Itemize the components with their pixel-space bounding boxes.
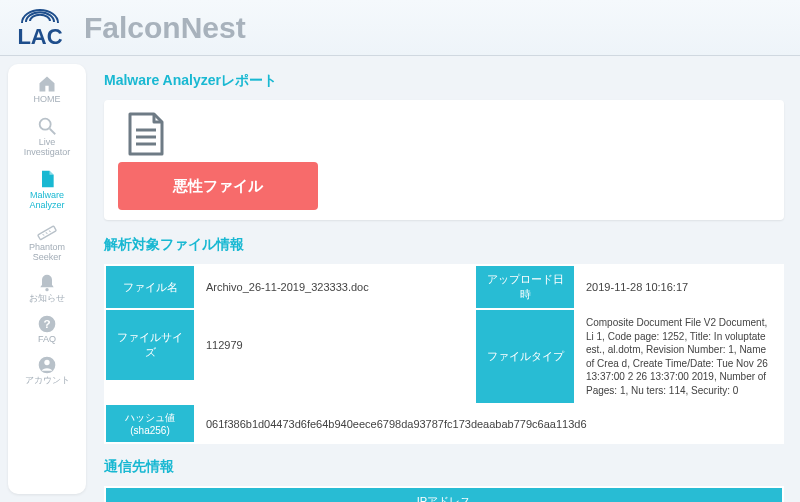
sidebar-item-label: HOME — [8, 95, 86, 105]
lac-logo-icon: LAC — [12, 7, 68, 48]
app-header: LAC FalconNest — [0, 0, 800, 56]
value-upload-time: 2019-11-28 10:16:17 — [575, 265, 783, 309]
document-icon — [124, 144, 168, 161]
app-title: FalconNest — [84, 11, 246, 45]
value-file-type: Composite Document File V2 Document, Li … — [575, 309, 783, 404]
svg-line-6 — [49, 231, 51, 233]
brand-logo: LAC — [12, 7, 68, 48]
report-title: Malware Analyzerレポート — [104, 72, 800, 90]
comm-info-table: IPアドレス FQDN — [104, 486, 784, 502]
sidebar-item-label: FAQ — [8, 335, 86, 345]
value-hash-sha256: 061f386b1d04473d6fe64b940eece6798da93787… — [195, 404, 783, 443]
file-icon — [8, 168, 86, 190]
svg-point-7 — [45, 288, 48, 291]
sidebar-item-faq[interactable]: ? FAQ — [8, 310, 86, 351]
svg-point-11 — [44, 360, 49, 365]
ruler-icon — [8, 220, 86, 242]
label-file-size: ファイルサイズ — [105, 309, 195, 381]
label-upload-time: アップロード日時 — [475, 265, 575, 309]
sidebar-item-live-investigator[interactable]: Live Investigator — [8, 111, 86, 164]
sidebar-item-malware-analyzer[interactable]: Malware Analyzer — [8, 164, 86, 217]
label-file-name: ファイル名 — [105, 265, 195, 309]
svg-text:?: ? — [43, 317, 50, 330]
sidebar-item-label: Malware Analyzer — [8, 191, 86, 211]
sidebar-item-notices[interactable]: お知らせ — [8, 269, 86, 310]
sidebar-item-account[interactable]: アカウント — [8, 351, 86, 392]
sidebar-item-phantom-seeker[interactable]: Phantom Seeker — [8, 216, 86, 269]
bell-icon — [8, 273, 86, 293]
comm-info-title: 通信先情報 — [104, 458, 800, 476]
sidebar-item-label: お知らせ — [8, 294, 86, 304]
svg-text:LAC: LAC — [17, 24, 62, 48]
file-info-title: 解析対象ファイル情報 — [104, 236, 800, 254]
sidebar-item-label: Live Investigator — [8, 138, 86, 158]
account-icon — [8, 355, 86, 375]
svg-line-4 — [43, 234, 45, 236]
magnifier-icon — [8, 115, 86, 137]
main-content: Malware Analyzerレポート 悪性ファイル 解析対象ファイル情報 — [86, 56, 800, 502]
value-file-name: Archivo_26-11-2019_323333.doc — [195, 265, 475, 309]
sidebar: HOME Live Investigator Malware Analyzer … — [8, 64, 86, 494]
sidebar-item-home[interactable]: HOME — [8, 70, 86, 111]
malicious-badge: 悪性ファイル — [118, 162, 318, 210]
value-file-size: 112979 — [195, 309, 475, 381]
svg-line-5 — [46, 232, 48, 234]
sidebar-item-label: アカウント — [8, 376, 86, 386]
label-hash-sha256: ハッシュ値(sha256) — [105, 404, 195, 443]
comm-row-ip: IPアドレス — [105, 487, 783, 502]
label-file-type: ファイルタイプ — [475, 309, 575, 404]
svg-point-1 — [40, 119, 51, 130]
home-icon — [8, 74, 86, 94]
svg-line-2 — [50, 129, 56, 135]
question-icon: ? — [8, 314, 86, 334]
report-card: 悪性ファイル — [104, 100, 784, 220]
sidebar-item-label: Phantom Seeker — [8, 243, 86, 263]
file-info-table: ファイル名 Archivo_26-11-2019_323333.doc アップロ… — [104, 264, 784, 444]
